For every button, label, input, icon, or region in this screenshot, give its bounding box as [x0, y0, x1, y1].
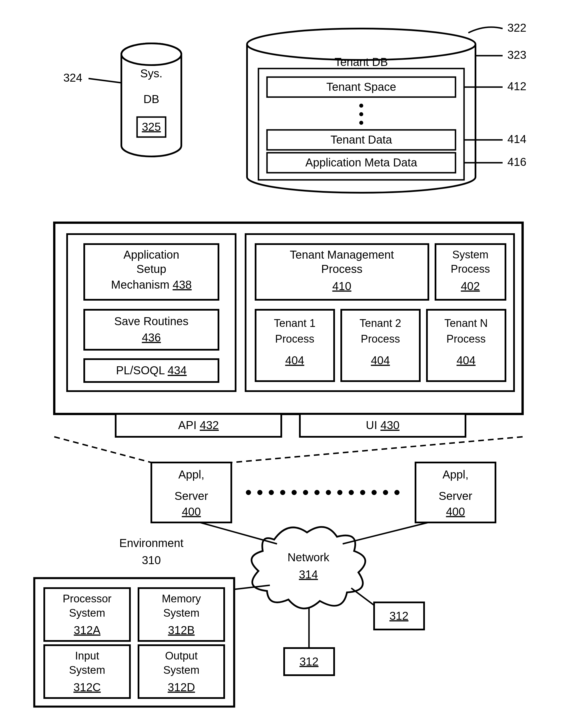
tenant-db-title: Tenant DB: [335, 56, 388, 68]
t1-ref: 404: [285, 354, 304, 367]
proc-line2: System: [69, 607, 106, 619]
svg-point-37: [292, 490, 297, 495]
setup-line3: Mechanism 438: [111, 279, 192, 291]
svg-point-34: [257, 490, 262, 495]
setup-line2: Setup: [136, 263, 166, 275]
sys-db-line1: Sys.: [140, 67, 163, 80]
svg-point-46: [395, 490, 400, 495]
setup-line1: Application: [123, 248, 179, 261]
callout-414: 414: [507, 133, 527, 145]
svg-line-50: [351, 588, 374, 605]
env-label: Environment: [119, 537, 183, 549]
svg-point-1: [121, 43, 181, 65]
srv1-ref: 400: [182, 505, 201, 518]
svg-point-4: [247, 29, 476, 60]
app-meta-label: Application Meta Data: [305, 156, 417, 169]
app-server-detail: Application Setup Mechanism 438 Save Rou…: [54, 223, 523, 437]
svg-line-3: [88, 79, 121, 83]
mem-ref: 312B: [168, 624, 195, 636]
tmp-ref: 410: [332, 280, 352, 292]
t1-line1: Tenant 1: [274, 317, 316, 329]
client-bottom-ref: 312: [299, 655, 319, 668]
tmp-line2: Process: [321, 263, 363, 275]
in-line1: Input: [75, 650, 99, 662]
svg-line-30: [231, 437, 523, 463]
env-ref: 310: [142, 554, 161, 566]
svg-point-39: [315, 490, 320, 495]
tn-ref: 404: [457, 354, 476, 367]
sys-db-line2: DB: [144, 93, 159, 105]
callout-322: 322: [507, 22, 527, 34]
svg-point-35: [269, 490, 274, 495]
api-label: API 432: [178, 419, 219, 431]
svg-line-47: [200, 522, 277, 544]
client-box-right: 312: [351, 588, 424, 630]
srv1-line2: Server: [174, 489, 208, 502]
svg-line-48: [343, 522, 428, 544]
sp-ref: 402: [461, 280, 480, 292]
server-ellipsis: [246, 490, 400, 495]
t2-line1: Tenant 2: [360, 317, 401, 329]
t2-line2: Process: [361, 333, 400, 345]
ui-label: UI 430: [366, 419, 400, 431]
svg-point-38: [303, 490, 308, 495]
srvn-line1: Appl,: [442, 468, 468, 481]
callout-323: 323: [507, 48, 527, 61]
tn-line1: Tenant N: [444, 317, 488, 329]
appl-server-1: Appl, Server 400: [151, 463, 231, 522]
tmp-line1: Tenant Management: [290, 248, 394, 261]
proc-line1: Processor: [63, 593, 111, 605]
svg-point-36: [280, 490, 285, 495]
client-detail-box: Processor System 312A Memory System 312B…: [34, 578, 234, 706]
tenant-db-cylinder: Tenant DB Tenant Space Tenant Data Appli…: [247, 29, 476, 193]
save-ref: 436: [142, 331, 161, 344]
network-ref: 314: [299, 568, 318, 581]
proc-ref: 312A: [74, 624, 100, 636]
out-ref: 312D: [168, 681, 195, 693]
svg-point-41: [337, 490, 342, 495]
srvn-line2: Server: [439, 489, 472, 502]
client-box-bottom: 312: [284, 608, 334, 675]
sp-line2: Process: [451, 263, 490, 275]
tn-line2: Process: [446, 333, 486, 345]
client-right-ref: 312: [390, 609, 409, 622]
svg-point-43: [360, 490, 365, 495]
in-ref: 312C: [73, 681, 101, 693]
save-label: Save Routines: [114, 315, 189, 328]
svg-point-45: [383, 490, 388, 495]
out-line2: System: [163, 664, 200, 676]
architecture-diagram: Sys. DB 325 324 Tenant DB Tenant Space T…: [0, 0, 574, 728]
callout-324: 324: [64, 71, 83, 84]
t1-line2: Process: [275, 333, 314, 345]
sys-db-cylinder: Sys. DB 325: [121, 43, 181, 157]
out-line1: Output: [165, 650, 198, 662]
network-label: Network: [288, 551, 330, 564]
mem-line2: System: [163, 607, 200, 619]
appl-server-n: Appl, Server 400: [415, 463, 495, 522]
in-line2: System: [69, 664, 106, 676]
callout-412: 412: [507, 80, 527, 92]
svg-point-8: [359, 112, 363, 116]
network-cloud: Network 314: [252, 527, 365, 609]
sys-db-ref: 325: [142, 121, 161, 133]
tenant-space-label: Tenant Space: [326, 81, 396, 93]
svg-point-40: [326, 490, 331, 495]
svg-line-29: [54, 437, 151, 463]
srv1-line1: Appl,: [178, 468, 204, 481]
callout-416: 416: [507, 156, 527, 168]
plsoql-label: PL/SOQL 434: [116, 364, 187, 377]
svg-point-9: [359, 121, 363, 125]
svg-point-42: [349, 490, 354, 495]
mem-line1: Memory: [162, 593, 201, 605]
svg-point-44: [372, 490, 377, 495]
svg-point-7: [359, 103, 363, 108]
svg-point-33: [246, 490, 251, 495]
srvn-ref: 400: [446, 505, 465, 518]
sp-line1: System: [452, 249, 489, 261]
t2-ref: 404: [371, 354, 390, 367]
tenant-data-label: Tenant Data: [330, 133, 392, 146]
